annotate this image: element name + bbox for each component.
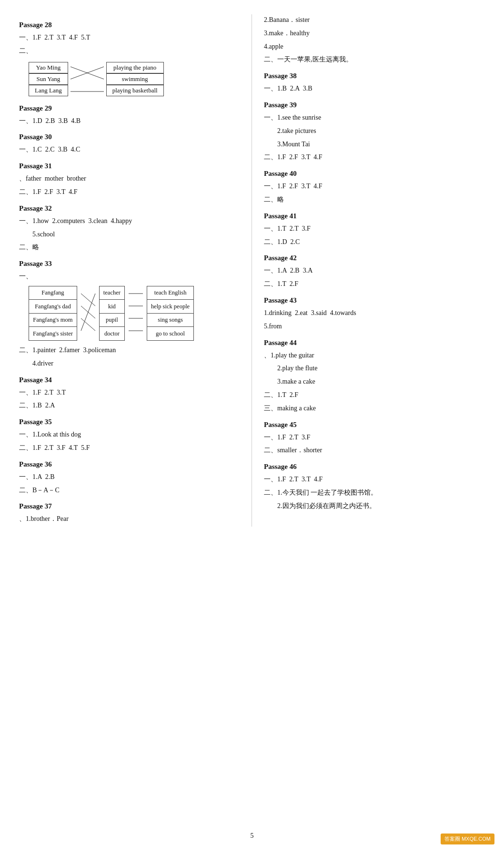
passage-32-line2: 5.school	[19, 229, 242, 240]
passage-33: Passage 33 一、 Fangfang	[19, 260, 242, 369]
passage-35-title: Passage 35	[19, 418, 242, 426]
passage-45: Passage 45 一、1.F 2.T 3.F 二、smaller．short…	[264, 421, 485, 457]
passage-33-title: Passage 33	[19, 260, 242, 268]
passage-29-line1: 一、1.D 2.B 3.B 4.B	[19, 115, 242, 127]
passage-39-line3: 3.Mount Tai	[264, 139, 485, 150]
passage-30: Passage 30 一、1.C 2.C 3.B 4.C	[19, 133, 242, 155]
passage-39-title: Passage 39	[264, 101, 485, 109]
svg-line-6	[81, 294, 95, 331]
page-number: 5	[251, 832, 254, 840]
passage-28-line2: 二、	[19, 45, 242, 57]
passage-41-title: Passage 41	[264, 212, 485, 220]
p37-cont-line2: 3.make．healthy	[264, 28, 485, 39]
matching-28: Yao Ming Sun Yang Lang Lang	[29, 61, 242, 98]
passage-31-title: Passage 31	[19, 162, 242, 170]
passage-35: Passage 35 一、1.Look at this dog 二、1.F 2.…	[19, 418, 242, 454]
matching-28-lines	[68, 61, 106, 98]
passage-37: Passage 37 、1.brother．Pear	[19, 502, 242, 525]
passage-44-line3: 3.make a cake	[264, 376, 485, 387]
left-column: Passage 28 一、1.F 2.T 3.T 4.F 5.T 二、 Yao …	[19, 14, 252, 527]
m33-m4: doctor	[99, 327, 124, 341]
passage-44-line5: 三、making a cake	[264, 403, 485, 414]
passage-40-title: Passage 40	[264, 170, 485, 178]
passage-45-title: Passage 45	[264, 421, 485, 429]
passage-44-line2: 2.play the flute	[264, 363, 485, 374]
passage-44-title: Passage 44	[264, 339, 485, 347]
passage-31-line1: 、father mother brother	[19, 173, 242, 184]
passage-44: Passage 44 、1.play the guitar 2.play the…	[264, 339, 485, 414]
m33-l2: Fangfang's dad	[29, 300, 77, 314]
passage-40: Passage 40 一、1.F 2.F 3.T 4.F 二、略	[264, 170, 485, 205]
matching-33: Fangfang teacher	[24, 286, 242, 341]
m33-l4: Fangfang's sister	[29, 327, 77, 341]
passage-38-title: Passage 38	[264, 72, 485, 80]
m33-r4: go to school	[147, 327, 193, 341]
passage-36: Passage 36 一、1.A 2.B 二、B－A－C	[19, 460, 242, 496]
passage-40-line1: 一、1.F 2.F 3.T 4.F	[264, 181, 485, 192]
matching-28-left-3: Lang Lang	[29, 85, 68, 96]
passage-46-line3: 2.因为我们必须在两周之内还书。	[264, 500, 485, 512]
m33-l1: Fangfang	[29, 286, 77, 300]
matching-28-right-3: playing basketball	[106, 85, 164, 96]
m33-l3: Fangfang's mom	[29, 313, 77, 327]
matching-28-right-1: playing the piano	[106, 62, 164, 73]
m33-m1: teacher	[99, 286, 124, 300]
passage-37-title: Passage 37	[19, 502, 242, 510]
passage-39: Passage 39 一、1.see the sunrise 2.take pi…	[264, 101, 485, 163]
passage-37-line1: 、1.brother．Pear	[19, 513, 242, 525]
passage-46-title: Passage 46	[264, 463, 485, 471]
passage-35-line1: 一、1.Look at this dog	[19, 429, 242, 440]
passage-44-line4: 二、1.T 2.F	[264, 389, 485, 401]
p37-cont-line4: 二、一天一苹果,医生远离我。	[264, 54, 485, 65]
passage-36-title: Passage 36	[19, 460, 242, 468]
matching-28-left-1: Yao Ming	[29, 62, 68, 73]
passage-45-line1: 一、1.F 2.T 3.F	[264, 432, 485, 443]
passage-36-line1: 一、1.A 2.B	[19, 471, 242, 483]
passage-42-title: Passage 42	[264, 254, 485, 262]
passage-38-line1: 一、1.B 2.A 3.B	[264, 83, 485, 94]
matching-33-table: Fangfang teacher	[29, 286, 194, 341]
passage-45-line2: 二、smaller．shorter	[264, 445, 485, 456]
p37-cont-line3: 4.apple	[264, 41, 485, 52]
passage-44-line1: 、1.play the guitar	[264, 350, 485, 361]
watermark-badge: 答案圈 MXQE.COM	[441, 834, 494, 844]
passage-46-line2: 二、1.今天我们 一起去了学校图书馆。	[264, 487, 485, 498]
passage-37-cont: 2.Banana．sister 3.make．healthy 4.apple 二…	[264, 14, 485, 65]
passage-32-line1: 一、1.how 2.computers 3.clean 4.happy	[19, 215, 242, 227]
passage-28-title: Passage 28	[19, 21, 242, 29]
passage-46-line1: 一、1.F 2.T 3.T 4.F	[264, 474, 485, 485]
m33-lines-mr	[124, 286, 147, 340]
passage-39-line2: 2.take pictures	[264, 125, 485, 137]
passage-29-title: Passage 29	[19, 104, 242, 112]
passage-32: Passage 32 一、1.how 2.computers 3.clean 4…	[19, 204, 242, 253]
passage-33-line1: 一、	[19, 271, 242, 282]
right-column: 2.Banana．sister 3.make．healthy 4.apple 二…	[252, 14, 485, 527]
passage-38: Passage 38 一、1.B 2.A 3.B	[264, 72, 485, 94]
passage-39-line1: 一、1.see the sunrise	[264, 112, 485, 123]
passage-30-title: Passage 30	[19, 133, 242, 141]
passage-43: Passage 43 1.drinking 2.eat 3.said 4.tow…	[264, 296, 485, 332]
m33-lines-lm	[77, 286, 99, 340]
passage-43-line2: 5.from	[264, 321, 485, 332]
m33-m2: kid	[99, 300, 124, 314]
passage-34-line1: 一、1.F 2.T 3.T	[19, 387, 242, 398]
passage-34-title: Passage 34	[19, 376, 242, 384]
m33-r2: help sick people	[147, 300, 193, 314]
passage-33-line3: 4.driver	[19, 358, 242, 369]
passage-42: Passage 42 一、1.A 2.B 3.A 二、1.T 2.F	[264, 254, 485, 290]
passage-32-title: Passage 32	[19, 204, 242, 213]
passage-28: Passage 28 一、1.F 2.T 3.T 4.F 5.T 二、 Yao …	[19, 21, 242, 98]
p37-cont-line1: 2.Banana．sister	[264, 14, 485, 26]
passage-28-line1: 一、1.F 2.T 3.T 4.F 5.T	[19, 32, 242, 43]
passage-39-line4: 二、1.F 2.F 3.T 4.F	[264, 152, 485, 163]
passage-35-line2: 二、1.F 2.T 3.F 4.T 5.F	[19, 442, 242, 454]
m33-r3: sing songs	[147, 313, 193, 327]
passage-40-line2: 二、略	[264, 194, 485, 205]
passage-31: Passage 31 、father mother brother 二、1.F …	[19, 162, 242, 198]
passage-41: Passage 41 一、1.T 2.T 3.F 二、1.D 2.C	[264, 212, 485, 248]
passage-33-line2: 二、1.painter 2.famer 3.policeman	[19, 345, 242, 356]
passage-32-line3: 二、略	[19, 242, 242, 253]
matching-28-right: playing the piano swimming playing baske…	[106, 62, 164, 96]
matching-28-right-2: swimming	[106, 73, 164, 85]
passage-29: Passage 29 一、1.D 2.B 3.B 4.B	[19, 104, 242, 127]
